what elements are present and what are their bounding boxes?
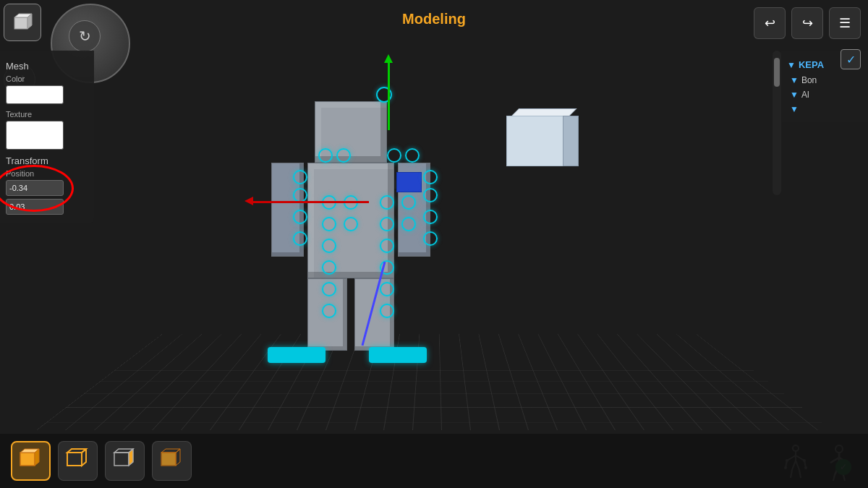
chevron-down-icon-3: ▼ [790, 90, 799, 100]
right-scrollbar[interactable] [773, 51, 781, 195]
svg-rect-12 [161, 453, 176, 466]
bone-circle-11 [380, 195, 394, 210]
bone-circle-27 [322, 304, 336, 318]
color-swatch[interactable] [6, 85, 64, 104]
right-panel-item-2[interactable]: ▼ Bon [787, 73, 862, 87]
chevron-down-icon-2: ▼ [790, 75, 799, 85]
x-axis [253, 201, 369, 203]
bone-circle-25 [322, 282, 336, 296]
right-panel-item-4[interactable]: ▼ [787, 102, 862, 116]
undo-button[interactable]: ↩ [754, 7, 786, 39]
character-3d [253, 43, 456, 390]
viewport: ↻ ⇌ Modeling ↩ ↪ ☰ ✓ Mesh Color Texture … [0, 0, 868, 488]
bone-label: Bon [801, 75, 817, 85]
bone-circle-16 [344, 217, 358, 231]
shoulder-object [396, 172, 422, 192]
cube-face-side [563, 116, 579, 166]
pos-y-input[interactable] [6, 199, 64, 215]
svg-rect-3 [20, 453, 35, 466]
bone-circle-3 [387, 148, 401, 163]
position-label: Position [6, 169, 88, 178]
y-axis [388, 58, 390, 130]
bone-circle-5 [293, 170, 307, 184]
top-right-toolbar: ↩ ↪ ☰ [754, 7, 861, 39]
mode-btn-4[interactable] [152, 441, 192, 481]
bone-circle-8 [423, 188, 438, 202]
color-label: Color [6, 74, 88, 83]
svg-marker-11 [129, 449, 133, 466]
texture-swatch[interactable] [6, 121, 64, 150]
bone-circle-20 [423, 231, 438, 246]
x-axis-arrow [244, 197, 253, 205]
redo-button[interactable]: ↪ [791, 7, 823, 39]
bone-circle-17 [380, 217, 394, 231]
bone-circle-21 [322, 239, 336, 253]
app-title: Modeling [402, 11, 466, 27]
bone-circle-22 [380, 239, 394, 253]
bone-circle-26 [380, 282, 394, 296]
svg-rect-9 [114, 453, 129, 466]
floating-cube [499, 108, 579, 174]
svg-rect-0 [14, 17, 27, 29]
mode-btn-1[interactable] [11, 441, 51, 481]
rotate-button[interactable]: ↻ [69, 20, 101, 52]
cube-face-front [506, 116, 564, 166]
transform-section-title: Transform [6, 155, 88, 166]
svg-marker-8 [82, 449, 86, 466]
bone-circle-4 [405, 148, 420, 163]
bone-circle-14 [423, 210, 438, 224]
character-foot-left [268, 347, 326, 363]
cube-tool-button[interactable] [4, 4, 41, 41]
pos-x-input[interactable] [6, 180, 64, 196]
bone-circle-28 [380, 304, 394, 318]
mode-btn-2[interactable] [58, 441, 98, 481]
y-axis-arrow [384, 54, 393, 63]
bone-circle-7 [293, 188, 307, 202]
right-panel-item-3[interactable]: ▼ Al [787, 87, 862, 102]
svg-rect-6 [67, 453, 82, 466]
chevron-down-icon-4: ▼ [790, 104, 799, 114]
mode-btn-3[interactable] [105, 441, 145, 481]
texture-label: Texture [6, 110, 88, 119]
checkbox[interactable]: ✓ [841, 49, 861, 69]
bone-circle-15 [322, 217, 336, 231]
menu-button[interactable]: ☰ [829, 7, 861, 39]
al-label: Al [801, 90, 809, 100]
bottom-toolbar [0, 434, 868, 488]
bone-circle-13 [293, 210, 307, 224]
bone-circle-1 [318, 148, 333, 163]
checkmark-icon: ✓ [846, 53, 856, 67]
character-foot-right [369, 347, 427, 363]
bone-circle-12 [401, 195, 416, 210]
bone-circle-2 [336, 148, 351, 163]
bone-circle-6 [423, 170, 438, 184]
bone-circle-19 [293, 231, 307, 246]
bone-circle-23 [322, 260, 336, 275]
mesh-section-title: Mesh [6, 61, 88, 72]
kepa-label: KEPA [799, 59, 824, 70]
scrollbar-thumb [774, 58, 780, 87]
left-panel: Mesh Color Texture Transform Position [0, 51, 94, 223]
bone-circle-18 [401, 217, 416, 231]
svg-marker-14 [176, 449, 180, 466]
chevron-down-icon-1: ▼ [787, 60, 796, 70]
